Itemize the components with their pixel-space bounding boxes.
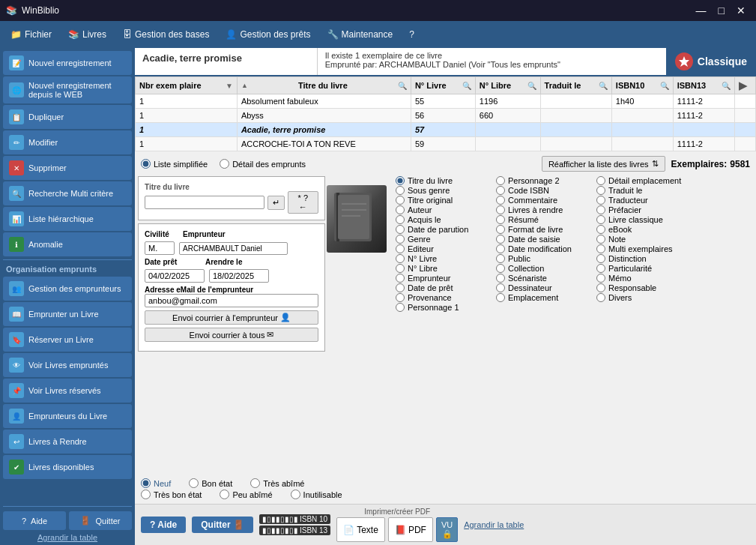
- detail-emprunts-radio[interactable]: Détail des emprunts: [220, 159, 306, 169]
- date-pret-input[interactable]: [145, 269, 205, 283]
- title-search-magic-button[interactable]: * ? ←: [288, 191, 318, 214]
- pdf-button[interactable]: 📕 PDF: [388, 517, 433, 542]
- agrandir-link[interactable]: Agrandir la table: [3, 533, 132, 542]
- modify-button[interactable]: ✏ Modifier: [3, 130, 132, 154]
- state-radio-tres-bon-etat[interactable]: Très bon état: [141, 490, 202, 499]
- title-search-input[interactable]: [145, 196, 264, 209]
- maximize-button[interactable]: □: [714, 4, 729, 16]
- opt-radio-provenance[interactable]: Provenance: [396, 293, 493, 302]
- opt-radio-note[interactable]: Note: [596, 235, 694, 244]
- col-header-nbr[interactable]: Nbr exem plaire ▼: [136, 77, 238, 94]
- menu-fichier[interactable]: 📁 Fichier: [3, 26, 59, 43]
- opt-radio-editeur[interactable]: Editeur: [396, 244, 493, 253]
- col-header-isbn13[interactable]: ISBN13 🔍: [673, 77, 734, 94]
- opt-radio-no-libre[interactable]: N° Libre: [396, 264, 493, 273]
- opt-radio-collection[interactable]: Collection: [496, 264, 593, 273]
- available-books-button[interactable]: ✔ Livres disponibles: [3, 455, 132, 479]
- opt-radio-traduit-le[interactable]: Traduit le: [596, 186, 694, 195]
- opt-radio-date-pret[interactable]: Date de prêt: [396, 283, 493, 292]
- aide-bottom-button[interactable]: ? Aide: [141, 517, 186, 533]
- menu-gestion-prets[interactable]: 👤 Gestion des prêts: [218, 26, 318, 43]
- opt-radio-distinction[interactable]: Distinction: [596, 254, 694, 263]
- books-to-return-button[interactable]: ↩ Livres à Rendre: [3, 430, 132, 454]
- new-from-web-button[interactable]: 🌐 Nouvel enregistrement depuis le WEB: [3, 76, 132, 103]
- opt-radio-date-saisie[interactable]: Date de saisie: [496, 235, 593, 244]
- opt-radio-traducteur[interactable]: Traducteur: [596, 196, 694, 205]
- hierarchy-button[interactable]: 📊 Liste hiérarchique: [3, 207, 132, 231]
- view-reserved-button[interactable]: 📌 Voir Livres réservés: [3, 379, 132, 403]
- emprunteur-input[interactable]: [179, 242, 288, 255]
- quitter-button[interactable]: 🚪 Quitter: [69, 511, 132, 530]
- opt-radio-detail-emplacement[interactable]: Détail emplacement: [596, 176, 694, 185]
- opt-radio-multi-exemplaires[interactable]: Multi exemplaires: [596, 244, 694, 253]
- multi-search-button[interactable]: 🔍 Recherche Multi critère: [3, 181, 132, 205]
- opt-radio-commentaire[interactable]: Commentaire: [496, 196, 593, 205]
- col-header-no-libre[interactable]: N° Libre 🔍: [475, 77, 540, 94]
- opt-radio-no-livre[interactable]: N° Livre: [396, 254, 493, 263]
- opt-radio-code-isbn[interactable]: Code ISBN: [496, 186, 593, 195]
- opt-radio-emplacement[interactable]: Emplacement: [496, 293, 593, 302]
- delete-button[interactable]: ✕ Supprimer: [3, 156, 132, 180]
- col-header-isbn10[interactable]: ISBN10 🔍: [611, 77, 673, 94]
- table-row[interactable]: 1 Absolument fabuleux 55 1196 1h40 1111-…: [136, 94, 756, 109]
- opt-radio-genre[interactable]: Genre: [396, 235, 493, 244]
- col-header-extra[interactable]: ▶: [734, 77, 755, 94]
- reserve-book-button[interactable]: 🔖 Réserver un Livre: [3, 328, 132, 352]
- filter-no-livre-icon[interactable]: 🔍: [462, 82, 471, 90]
- borrow-book-button[interactable]: 📖 Emprunter un Livre: [3, 302, 132, 326]
- opt-radio-livres-rendre[interactable]: Livres à rendre: [496, 205, 593, 214]
- envoi-emprunteur-button[interactable]: Envoi courrier à l'emprunteur 👤: [145, 310, 318, 325]
- menu-help[interactable]: ?: [402, 26, 422, 43]
- vu-button[interactable]: VU 🔒: [436, 517, 458, 542]
- duplicate-button[interactable]: 📋 Dupliquer: [3, 105, 132, 129]
- new-record-button[interactable]: 📝 Nouvel enregistrement: [3, 51, 132, 75]
- minimize-button[interactable]: —: [692, 4, 711, 16]
- opt-radio-responsable[interactable]: Responsable: [596, 283, 694, 292]
- texte-button[interactable]: 📄 Texte: [336, 517, 385, 542]
- opt-radio-ebook[interactable]: eBook: [596, 225, 694, 234]
- agrandir-bottom-link[interactable]: Agrandir la table: [464, 520, 524, 529]
- opt-radio-titre-livre[interactable]: Titre du livre: [396, 176, 493, 185]
- state-radio-neuf[interactable]: Neuf: [141, 478, 171, 488]
- opt-radio-auteur[interactable]: Auteur: [396, 205, 493, 214]
- aide-button[interactable]: ? Aide: [3, 511, 66, 530]
- title-search-back-button[interactable]: ↵: [267, 196, 285, 210]
- envoi-tous-button[interactable]: Envoi courrier à tous ✉: [145, 328, 318, 342]
- manage-borrowers-button[interactable]: 👥 Gestion des emprunteurs: [3, 277, 132, 301]
- sort-titre-icon[interactable]: ▲: [241, 82, 248, 89]
- reafficher-button[interactable]: Réafficher la liste des livres ⇅: [542, 156, 665, 172]
- arendre-input[interactable]: [209, 269, 269, 283]
- opt-radio-personnage1[interactable]: Personnage 1: [396, 303, 493, 312]
- opt-radio-divers[interactable]: Divers: [596, 293, 694, 302]
- filter-isbn10-icon[interactable]: 🔍: [660, 82, 669, 90]
- menu-maintenance[interactable]: 🔧 Maintenance: [320, 26, 401, 43]
- opt-radio-titre-original[interactable]: Titre original: [396, 196, 493, 205]
- opt-radio-format-livre[interactable]: Format de livre: [496, 225, 593, 234]
- filter-traduit-icon[interactable]: 🔍: [599, 82, 608, 90]
- liste-simplifiee-radio[interactable]: Liste simplifiée: [141, 159, 208, 169]
- col-header-no-livre[interactable]: N° Livre 🔍: [411, 77, 475, 94]
- opt-radio-emprunteur[interactable]: Emprunteur: [396, 274, 493, 283]
- opt-radio-livre-classique[interactable]: Livre classique: [596, 215, 694, 224]
- menu-gestion-bases[interactable]: 🗄 Gestion des bases: [115, 26, 217, 43]
- filter-no-libre-icon[interactable]: 🔍: [527, 82, 536, 90]
- opt-radio-personnage2[interactable]: Personnage 2: [496, 176, 593, 185]
- opt-radio-sous-genre[interactable]: Sous genre: [396, 186, 493, 195]
- filter-isbn13-icon[interactable]: 🔍: [722, 82, 731, 90]
- filter-titre-icon[interactable]: 🔍: [398, 82, 407, 90]
- borrowers-of-book-button[interactable]: 👤 Emprunteurs du Livre: [3, 404, 132, 428]
- menu-livres[interactable]: 📚 Livres: [61, 26, 114, 43]
- email-input[interactable]: [145, 294, 318, 307]
- col-header-traduit[interactable]: Traduit le 🔍: [540, 77, 611, 94]
- close-button[interactable]: ✕: [732, 4, 750, 16]
- filter-nbr-icon[interactable]: ▼: [226, 82, 233, 90]
- opt-radio-date-parution[interactable]: Date de parution: [396, 225, 493, 234]
- table-row[interactable]: 1 ACCROCHE-TOI A TON REVE 59 1111-2: [136, 137, 756, 151]
- opt-radio-date-modif[interactable]: Date modification: [496, 244, 593, 253]
- opt-radio-prefacier[interactable]: Préfacier: [596, 205, 694, 214]
- opt-radio-scenariste[interactable]: Scénariste: [496, 274, 593, 283]
- opt-radio-memo[interactable]: Mémo: [596, 274, 694, 283]
- quitter-bottom-button[interactable]: Quitter 🚪: [192, 517, 253, 533]
- state-radio-bon-etat[interactable]: Bon état: [189, 478, 232, 488]
- col-header-titre[interactable]: ▲ Titre du livre 🔍: [237, 77, 411, 94]
